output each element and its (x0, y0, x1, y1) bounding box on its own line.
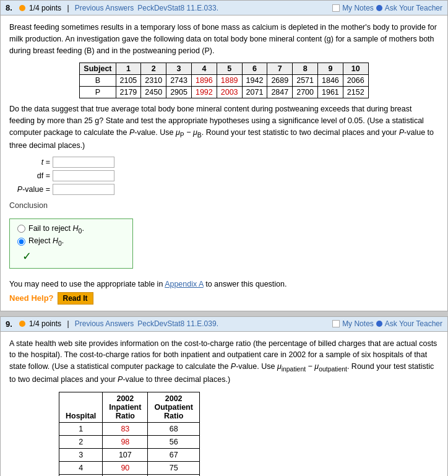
conclusion-reject-label-8: Reject H0. (28, 236, 64, 247)
col-9: 9 (318, 63, 343, 75)
hosp-2-out: 56 (148, 436, 200, 449)
question-8-subtext: Do the data suggest that true average to… (9, 103, 439, 151)
appendix-note-8: You may need to use the appropriate tabl… (9, 280, 439, 288)
hospital-row-2: 2 98 56 (59, 436, 200, 449)
prev-answers-link-8[interactable]: Previous Answers (75, 4, 134, 12)
question-9-body: A state health web site provides informa… (1, 332, 447, 476)
col-4: 4 (191, 63, 217, 75)
question-8-body: Breast feeding sometimes results in a te… (1, 15, 447, 311)
pvalue-input-8[interactable] (53, 184, 114, 195)
question-8-number: 8. (6, 3, 15, 12)
ask-teacher-link-8[interactable]: Ask Your Teacher (385, 4, 442, 12)
B-8: 2571 (293, 75, 318, 87)
hosp-3-num: 3 (59, 449, 103, 462)
row-P: P 2179 2450 2905 1992 2003 2071 2847 270… (80, 87, 368, 98)
col-2: 2 (141, 63, 166, 75)
my-notes-link-9[interactable]: My Notes (342, 319, 374, 328)
hospital-data-table: Hospital 2002InpatientRatio 2002Outpatie… (59, 392, 200, 476)
assignment-code-8: PeckDevStat8 11.E.033. (137, 4, 218, 12)
t-label-8: t = (9, 158, 53, 167)
B-9: 1846 (318, 75, 343, 87)
read-it-button-8[interactable]: Read It (58, 292, 93, 305)
my-notes-checkbox-9[interactable] (332, 320, 340, 327)
header-right-9: My Notes Ask Your Teacher (332, 319, 442, 328)
question-8-text: Breast feeding sometimes results in a te… (9, 22, 439, 56)
question-9-number: 9. (6, 319, 15, 329)
hospital-row-3: 3 107 67 (59, 449, 200, 462)
ask-teacher-link-9[interactable]: Ask Your Teacher (385, 319, 442, 328)
conclusion-title-8: Conclusion (9, 201, 439, 210)
P-10: 2152 (343, 87, 368, 98)
df-input-8[interactable] (53, 170, 114, 181)
row-P-label: P (80, 87, 116, 98)
B-10: 2066 (343, 75, 368, 87)
blue-dot-icon-9 (376, 321, 382, 327)
B-2: 2310 (141, 75, 166, 87)
hosp-1-in: 83 (103, 423, 148, 436)
hosp-3-in: 107 (103, 449, 148, 462)
B-6: 1942 (242, 75, 267, 87)
col-5: 5 (217, 63, 242, 75)
col-8: 8 (293, 63, 318, 75)
P-4: 1992 (191, 87, 217, 98)
hospital-row-4: 4 90 75 (59, 462, 200, 475)
my-notes-checkbox-8[interactable] (332, 4, 340, 12)
t-row-8: t = (9, 157, 439, 168)
assignment-code-9: PeckDevStat8 11.E.039. (137, 319, 218, 328)
P-6: 2071 (242, 87, 267, 98)
hosp-4-num: 4 (59, 462, 103, 475)
P-5: 2003 (217, 87, 242, 98)
hosp-4-out: 75 (148, 462, 200, 475)
hosp-1-out: 68 (148, 423, 200, 436)
pvalue-label-8: P-value = (9, 185, 53, 194)
col-outpatient: 2002OutpatientRatio (148, 392, 200, 423)
blue-dot-icon-8 (376, 5, 382, 11)
col-10: 10 (343, 63, 368, 75)
col-3: 3 (166, 63, 192, 75)
P-8: 2700 (293, 87, 318, 98)
prev-answers-link-9[interactable]: Previous Answers (75, 319, 134, 328)
B-3: 2743 (166, 75, 192, 87)
question-8-points: 1/4 points (29, 4, 61, 12)
B-7: 2689 (267, 75, 293, 87)
conclusion-box-8: Fail to reject H0. Reject H0. ✓ (9, 219, 133, 269)
P-2: 2450 (141, 87, 166, 98)
pipe-sep: | (65, 4, 71, 12)
hospital-row-1: 1 83 68 (59, 423, 200, 436)
df-row-8: df = (9, 170, 439, 181)
col-7: 7 (267, 63, 293, 75)
question-9-points: 1/4 points (29, 319, 61, 328)
appendix-link-8[interactable]: Appendix A (165, 280, 204, 288)
orange-dot-icon (19, 5, 25, 11)
question-8: 8. 1/4 points | Previous Answers PeckDev… (0, 0, 448, 311)
P-1: 2179 (116, 87, 141, 98)
B-5: 1889 (217, 75, 242, 87)
conclusion-option-reject-8: Reject H0. (17, 236, 125, 247)
t-input-8[interactable] (53, 157, 114, 168)
hosp-1-num: 1 (59, 423, 103, 436)
need-help-text-8: Need Help? (9, 293, 54, 303)
header-right-8: My Notes Ask Your Teacher (332, 4, 442, 12)
question-9: 9. 1/4 points | Previous Answers PeckDev… (0, 316, 448, 476)
conclusion-option-fail-8: Fail to reject H0. (17, 224, 125, 235)
hosp-2-in: 98 (103, 436, 148, 449)
P-9: 1961 (318, 87, 343, 98)
P-7: 2847 (267, 87, 293, 98)
my-notes-link-8[interactable]: My Notes (342, 4, 374, 12)
conclusion-fail-label-8: Fail to reject H0. (28, 224, 84, 235)
hosp-4-in: 90 (103, 462, 148, 475)
question-9-header: 9. 1/4 points | Previous Answers PeckDev… (1, 317, 447, 332)
col-1: 1 (116, 63, 141, 75)
row-B: B 2105 2310 2743 1896 1889 1942 2689 257… (80, 75, 368, 87)
question-8-header: 8. 1/4 points | Previous Answers PeckDev… (1, 1, 447, 15)
question-9-text: A state health web site provides informa… (9, 338, 439, 386)
P-3: 2905 (166, 87, 192, 98)
pipe-sep-9: | (65, 319, 71, 328)
row-B-label: B (80, 75, 116, 87)
conclusion-radio-fail-8[interactable] (17, 225, 25, 233)
checkmark-icon-8: ✓ (22, 249, 125, 263)
conclusion-radio-reject-8[interactable] (17, 238, 25, 246)
col-hospital: Hospital (59, 392, 103, 423)
bone-data-table: Subject 1 2 3 4 5 6 7 8 9 10 B 2105 2310… (79, 63, 368, 98)
col-subject: Subject (80, 63, 116, 75)
